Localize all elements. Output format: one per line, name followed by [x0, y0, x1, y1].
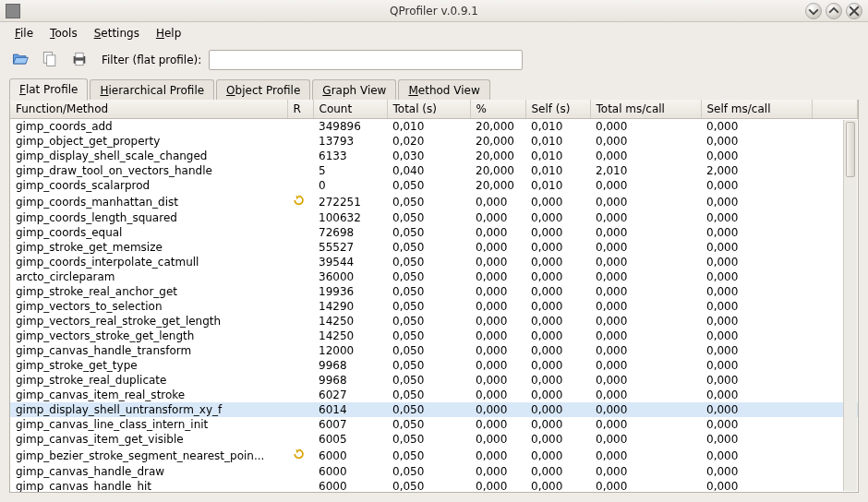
- cell-pct: 0,000: [470, 193, 525, 210]
- tab-graph-view[interactable]: Graph View: [312, 79, 396, 101]
- table-row[interactable]: gimp_vectors_real_stroke_get_length14250…: [10, 314, 858, 329]
- table-row[interactable]: gimp_vectors_to_selection142900,0500,000…: [10, 299, 858, 314]
- open-button[interactable]: [9, 49, 31, 71]
- print-button[interactable]: [68, 49, 90, 71]
- cell-tmc: 0,000: [590, 417, 701, 432]
- table-row[interactable]: gimp_canvas_handle_draw60000,0500,0000,0…: [10, 464, 858, 479]
- col-header-self[interactable]: Self (s): [525, 100, 590, 119]
- tab-object-profile[interactable]: Object Profile: [216, 79, 310, 101]
- cell-smc: 2,000: [701, 163, 812, 178]
- cell-tmc: 0,000: [590, 358, 701, 373]
- menu-tools[interactable]: Tools: [42, 24, 85, 42]
- tab-method-view[interactable]: Method View: [398, 79, 489, 101]
- table-row[interactable]: gimp_coords_add3498960,01020,0000,0100,0…: [10, 119, 858, 135]
- cell-function: arcto_circleparam: [10, 269, 287, 284]
- cell-tmc: 0,000: [590, 119, 701, 135]
- col-header-function[interactable]: Function/Method: [10, 100, 287, 119]
- table-row[interactable]: gimp_stroke_real_anchor_get199360,0500,0…: [10, 284, 858, 299]
- cell-smc: 0,000: [701, 193, 812, 210]
- cell-count: 14290: [313, 299, 387, 314]
- menubar: FileToolsSettingsHelp: [0, 22, 868, 44]
- table-row[interactable]: gimp_coords_interpolate_catmull395440,05…: [10, 255, 858, 269]
- cell-r: [287, 417, 313, 432]
- cell-total: 0,050: [387, 358, 470, 373]
- col-header-total[interactable]: Total (s): [387, 100, 470, 119]
- table-row[interactable]: gimp_draw_tool_on_vectors_handle50,04020…: [10, 163, 858, 178]
- cell-count: 9968: [313, 373, 387, 388]
- table-row[interactable]: gimp_object_get_property137930,02020,000…: [10, 134, 858, 149]
- cell-count: 6007: [313, 417, 387, 432]
- cell-pct: 0,000: [470, 432, 525, 447]
- cell-pct: 0,000: [470, 284, 525, 299]
- table-row[interactable]: arcto_circleparam360000,0500,0000,0000,0…: [10, 269, 858, 284]
- cell-pct: 20,000: [470, 119, 525, 135]
- cell-tmc: 0,000: [590, 479, 701, 492]
- cell-total: 0,030: [387, 149, 470, 163]
- cell-self: 0,010: [525, 134, 590, 149]
- cell-pct: 0,000: [470, 314, 525, 329]
- cell-smc: 0,000: [701, 299, 812, 314]
- copy-button[interactable]: [39, 49, 61, 71]
- vertical-scrollbar[interactable]: [843, 120, 857, 491]
- cell-pct: 0,000: [470, 240, 525, 255]
- cell-total: 0,050: [387, 417, 470, 432]
- table-row[interactable]: gimp_vectors_stroke_get_length142500,050…: [10, 329, 858, 343]
- col-header-self-ms-call[interactable]: Self ms/call: [701, 100, 812, 119]
- window-title: QProfiler v.0.9.1: [390, 5, 478, 18]
- minimize-button[interactable]: [805, 3, 822, 19]
- cell-function: gimp_canvas_handle_transform: [10, 343, 287, 358]
- cell-self: 0,000: [525, 329, 590, 343]
- cell-total: 0,050: [387, 269, 470, 284]
- cell-smc: 0,000: [701, 402, 812, 417]
- cell-pct: 0,000: [470, 210, 525, 225]
- cell-function: gimp_canvas_line_class_intern_init: [10, 417, 287, 432]
- filter-label: Filter (flat profile):: [102, 54, 201, 66]
- menu-file[interactable]: File: [7, 24, 41, 42]
- cell-tmc: 0,000: [590, 447, 701, 464]
- maximize-button[interactable]: [826, 3, 842, 19]
- table-row[interactable]: gimp_canvas_handle_hit60000,0500,0000,00…: [10, 479, 858, 492]
- col-header-count[interactable]: Count: [313, 100, 387, 119]
- scrollbar-thumb[interactable]: [846, 122, 855, 177]
- cell-tmc: 2,010: [590, 163, 701, 178]
- table-row[interactable]: gimp_canvas_item_get_visible60050,0500,0…: [10, 432, 858, 447]
- col-header-total-ms-call[interactable]: Total ms/call: [590, 100, 701, 119]
- col-header-r[interactable]: R: [287, 100, 313, 119]
- table-row[interactable]: gimp_stroke_get_type99680,0500,0000,0000…: [10, 358, 858, 373]
- table-row[interactable]: gimp_canvas_item_real_stroke60270,0500,0…: [10, 388, 858, 402]
- cell-function: gimp_stroke_get_memsize: [10, 240, 287, 255]
- table-row[interactable]: gimp_display_shell_scale_changed61330,03…: [10, 149, 858, 163]
- table-row[interactable]: gimp_bezier_stroke_segment_nearest_poin.…: [10, 447, 858, 464]
- cell-total: 0,010: [387, 119, 470, 135]
- cell-self: 0,000: [525, 210, 590, 225]
- cell-total: 0,050: [387, 402, 470, 417]
- table-row[interactable]: gimp_canvas_handle_transform120000,0500,…: [10, 343, 858, 358]
- table-row[interactable]: gimp_stroke_get_memsize555270,0500,0000,…: [10, 240, 858, 255]
- col-header-pct[interactable]: %: [470, 100, 525, 119]
- cell-count: 349896: [313, 119, 387, 135]
- cell-r: [287, 284, 313, 299]
- tab-hierarchical-profile[interactable]: Hierarchical Profile: [90, 79, 214, 101]
- cell-function: gimp_display_shell_scale_changed: [10, 149, 287, 163]
- table-row[interactable]: gimp_stroke_real_duplicate99680,0500,000…: [10, 373, 858, 388]
- cell-r: [287, 373, 313, 388]
- cell-tmc: 0,000: [590, 178, 701, 193]
- cell-total: 0,050: [387, 210, 470, 225]
- menu-help[interactable]: Help: [149, 24, 188, 42]
- cell-self: 0,000: [525, 464, 590, 479]
- table-row[interactable]: gimp_coords_scalarprod00,05020,0000,0100…: [10, 178, 858, 193]
- table-row[interactable]: gimp_coords_length_squared1006320,0500,0…: [10, 210, 858, 225]
- cell-total: 0,050: [387, 343, 470, 358]
- filter-input[interactable]: [209, 50, 523, 70]
- close-button[interactable]: [846, 3, 862, 19]
- table-row[interactable]: gimp_canvas_line_class_intern_init60070,…: [10, 417, 858, 432]
- table-row[interactable]: gimp_coords_equal726980,0500,0000,0000,0…: [10, 225, 858, 240]
- table-row[interactable]: gimp_coords_manhattan_dist2722510,0500,0…: [10, 193, 858, 210]
- menu-settings[interactable]: Settings: [87, 24, 147, 42]
- tab-flat-profile[interactable]: Flat Profile: [9, 78, 88, 101]
- cell-tmc: 0,000: [590, 388, 701, 402]
- cell-self: 0,000: [525, 284, 590, 299]
- table-row[interactable]: gimp_display_shell_untransform_xy_f60140…: [10, 402, 858, 417]
- cell-total: 0,050: [387, 240, 470, 255]
- cell-pct: 0,000: [470, 373, 525, 388]
